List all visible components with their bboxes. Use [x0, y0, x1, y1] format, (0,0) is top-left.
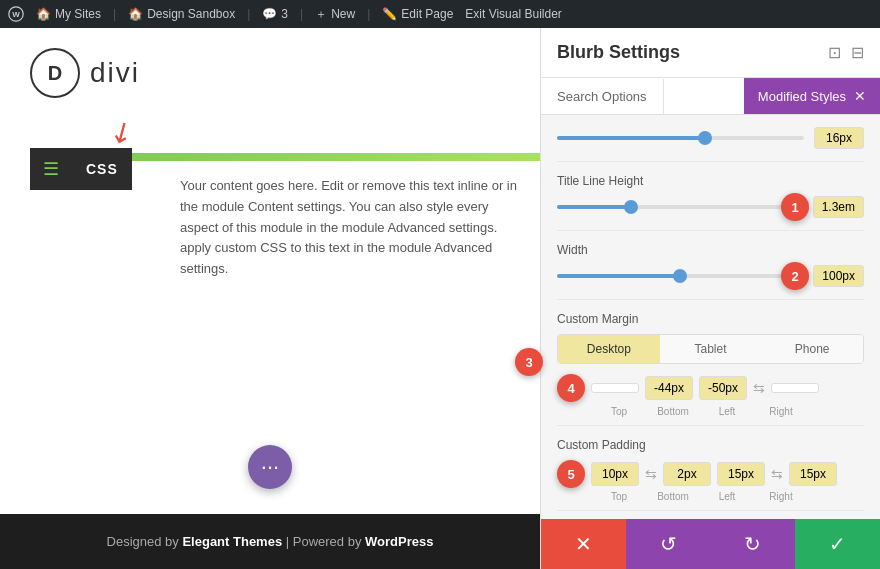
margin-top-input[interactable] — [591, 383, 639, 393]
redo-button[interactable]: ↻ — [711, 519, 796, 569]
padding-right-label: Right — [757, 491, 805, 502]
top-slider-track[interactable] — [557, 136, 804, 140]
badge-1: 1 — [781, 193, 809, 221]
title-line-height-value: 1.3em — [813, 196, 864, 218]
margin-right-label: Right — [757, 406, 805, 417]
modified-styles-close[interactable]: ✕ — [854, 88, 866, 104]
wp-logo-link[interactable]: W — [8, 6, 24, 22]
svg-text:W: W — [12, 10, 20, 19]
padding-top-label: Top — [595, 491, 643, 502]
footer-mid: | Powered by — [286, 534, 365, 549]
footer-prefix: Designed by — [107, 534, 183, 549]
tab-desktop[interactable]: Desktop — [558, 335, 660, 363]
top-slider-row: 16px — [557, 127, 864, 149]
css-icon-block: ☰ — [30, 148, 72, 190]
footer-brand: Elegant Themes — [182, 534, 282, 549]
panel-content: 16px Title Line Height 1 1.3em — [541, 115, 880, 519]
exit-builder-link[interactable]: Exit Visual Builder — [465, 7, 562, 21]
width-label: Width — [557, 243, 864, 257]
green-highlight-bar — [84, 153, 540, 161]
padding-right-input[interactable]: 15px — [789, 462, 837, 486]
title-line-height-slider[interactable] — [557, 205, 803, 209]
collapse-icon[interactable]: ⊟ — [851, 43, 864, 62]
sandbox-icon: 🏠 — [128, 7, 143, 21]
page-footer: Designed by Elegant Themes | Powered by … — [0, 514, 540, 569]
margin-top-label: Top — [595, 406, 643, 417]
width-section: Width 2 100px — [557, 231, 864, 300]
margin-bottom-label: Bottom — [649, 406, 697, 417]
new-icon: ＋ — [315, 6, 327, 23]
custom-margin-label: Custom Margin — [557, 312, 864, 326]
content-text: Your content goes here. Edit or remove t… — [180, 176, 530, 280]
padding-top-input[interactable]: 10px — [591, 462, 639, 486]
margin-labels: Top Bottom Left Right — [595, 406, 864, 417]
edit-icon: ✏️ — [382, 7, 397, 21]
arrow-indicator: ↙ — [103, 112, 139, 152]
admin-bar: W 🏠 My Sites | 🏠 Design Sandbox | 💬 3 | … — [0, 0, 880, 28]
custom-padding-label: Custom Padding — [557, 438, 864, 452]
title-line-height-section: Title Line Height 1 1.3em — [557, 162, 864, 231]
divi-logo-text: divi — [90, 57, 140, 89]
home-icon: 🏠 — [36, 7, 51, 21]
panel-header: Blurb Settings ⊡ ⊟ — [541, 28, 880, 78]
margin-right-input[interactable] — [771, 383, 819, 393]
design-sandbox-link[interactable]: 🏠 Design Sandbox — [128, 7, 235, 21]
width-slider-row: 2 100px — [557, 265, 864, 287]
cancel-button[interactable]: ✕ — [541, 519, 626, 569]
padding-left-label: Left — [703, 491, 751, 502]
edit-page-link[interactable]: ✏️ Edit Page — [382, 7, 453, 21]
width-slider[interactable] — [557, 274, 803, 278]
padding-labels: Top Bottom Left Right — [595, 491, 864, 502]
title-line-height-label: Title Line Height — [557, 174, 864, 188]
top-slider-value: 16px — [814, 127, 864, 149]
tab-phone[interactable]: Phone — [761, 335, 863, 363]
custom-margin-section: Custom Margin Desktop Tablet Phone 4 -44… — [557, 300, 864, 426]
comments-icon: 💬 — [262, 7, 277, 21]
css-module-icon: ☰ — [43, 158, 59, 180]
title-line-height-slider-row: 1 1.3em — [557, 196, 864, 218]
css-module-block[interactable]: ☰ CSS — [30, 148, 132, 190]
undo-button[interactable]: ↺ — [626, 519, 711, 569]
device-tabs: Desktop Tablet Phone — [557, 334, 864, 364]
margin-inputs-row: 4 -44px -50px ⇆ — [557, 374, 864, 402]
width-value: 100px — [813, 265, 864, 287]
margin-link-icon[interactable]: ⇆ — [753, 380, 765, 396]
padding-link-icon-2[interactable]: ⇆ — [771, 466, 783, 482]
page-preview: D divi ↙ ☰ CSS Your content goes here. E… — [0, 28, 540, 569]
settings-panel: Blurb Settings ⊡ ⊟ Search Options Modifi… — [540, 28, 880, 569]
help-row[interactable]: ? Help — [557, 511, 864, 519]
fullscreen-icon[interactable]: ⊡ — [828, 43, 841, 62]
divi-logo-circle: D — [30, 48, 80, 98]
margin-left-label: Left — [703, 406, 751, 417]
floating-action-button[interactable]: ··· — [248, 445, 292, 489]
modified-styles-tab[interactable]: Modified Styles ✕ — [744, 78, 880, 114]
panel-header-icons: ⊡ ⊟ — [828, 43, 864, 62]
padding-link-icon-1[interactable]: ⇆ — [645, 466, 657, 482]
margin-bottom-input[interactable]: -44px — [645, 376, 693, 400]
padding-inputs-row: 5 10px ⇆ 2px 15px ⇆ 15px — [557, 460, 864, 488]
panel-title: Blurb Settings — [557, 42, 680, 63]
badge-3: 3 — [515, 348, 543, 376]
footer-powered: WordPress — [365, 534, 433, 549]
panel-footer: ✕ ↺ ↻ ✓ — [541, 519, 880, 569]
confirm-button[interactable]: ✓ — [795, 519, 880, 569]
margin-left-input[interactable]: -50px — [699, 376, 747, 400]
custom-padding-section: Custom Padding 5 10px ⇆ 2px 15px ⇆ 15px — [557, 426, 864, 511]
divi-header: D divi — [0, 28, 540, 118]
options-bar: Search Options Modified Styles ✕ — [541, 78, 880, 115]
css-label: CSS — [72, 148, 132, 190]
comments-link[interactable]: 💬 3 — [262, 7, 288, 21]
badge-4: 4 — [557, 374, 585, 402]
padding-bottom-label: Bottom — [649, 491, 697, 502]
padding-bottom-input[interactable]: 2px — [663, 462, 711, 486]
padding-left-input[interactable]: 15px — [717, 462, 765, 486]
new-link[interactable]: ＋ New — [315, 6, 355, 23]
my-sites-link[interactable]: 🏠 My Sites — [36, 7, 101, 21]
wp-logo-icon: W — [8, 6, 24, 22]
badge-5: 5 — [557, 460, 585, 488]
badge-2: 2 — [781, 262, 809, 290]
tab-tablet[interactable]: Tablet — [660, 335, 762, 363]
search-options-tab[interactable]: Search Options — [541, 79, 664, 114]
top-slider-section: 16px — [557, 115, 864, 162]
